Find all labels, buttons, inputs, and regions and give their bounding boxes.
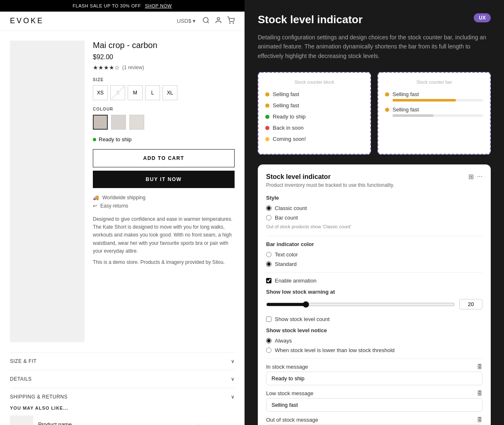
- stock-item-4: Back in soon: [265, 125, 363, 131]
- product-details: Mai crop - carbon $92.00 ★★★★☆ (1 review…: [93, 41, 235, 342]
- size-s[interactable]: S: [110, 85, 125, 100]
- colour-swatch-3[interactable]: [129, 115, 144, 130]
- low-stock-message-label: Low stock message 🗄: [266, 390, 482, 396]
- returns-icon: ↩: [93, 203, 97, 209]
- show-stock-level-count-checkbox[interactable]: [266, 316, 271, 322]
- bar-fill-1: [393, 99, 456, 101]
- preview-block-title: Stock counter block: [265, 80, 363, 85]
- bar-fill-2: [393, 114, 434, 117]
- size-l[interactable]: L: [145, 85, 160, 100]
- preview-bar-title: Stock counter bar: [385, 80, 483, 85]
- bar-track-1: [393, 99, 483, 101]
- rec-item-1: Product name $10.00 $9.00 🛒 ADD TO CART: [10, 415, 235, 425]
- in-stock-input[interactable]: [266, 372, 482, 385]
- accordion-details[interactable]: DETAILS ∨: [10, 370, 235, 388]
- left-panel: FLASH SALE UP TO 30% OFF SHOP NOW EVOKE …: [0, 0, 245, 425]
- size-options: XS S M L XL: [93, 85, 235, 100]
- size-m[interactable]: M: [128, 85, 143, 100]
- bar-item-1: Selling fast: [385, 91, 483, 101]
- flash-bar: FLASH SALE UP TO 30% OFF SHOP NOW: [0, 0, 245, 12]
- show-stock-level-count-option[interactable]: Show stock level count: [266, 316, 482, 322]
- stock-status-text: Ready to ship: [99, 136, 132, 142]
- db-icon-3[interactable]: 🗄: [477, 417, 482, 423]
- classic-count-label: Classic count: [275, 205, 307, 211]
- bar-count-label: Bar count: [275, 215, 298, 221]
- size-xl[interactable]: XL: [162, 85, 177, 100]
- store-logo[interactable]: EVOKE: [10, 17, 44, 25]
- stock-label-1: Selling fast: [273, 91, 299, 97]
- enable-animation-option[interactable]: Enable animation: [266, 278, 482, 284]
- low-stock-slider[interactable]: [266, 301, 455, 308]
- product-image: [10, 41, 85, 342]
- store-header: EVOKE USD$ ▾: [0, 12, 245, 31]
- accordion-shipping[interactable]: SHIPPING & RETURNS ∨: [10, 388, 235, 406]
- radio-bar-count-input[interactable]: [266, 215, 271, 220]
- radio-always[interactable]: Always: [266, 338, 482, 344]
- more-icon[interactable]: ···: [477, 173, 482, 181]
- stock-notice-label: Show stock level notice: [266, 327, 482, 333]
- config-card: Stock level indicator ⊞ ··· Product inve…: [258, 164, 491, 425]
- svg-point-0: [203, 17, 208, 22]
- stock-item-2: Selling fast: [265, 102, 363, 109]
- layers-icon[interactable]: ⊞: [468, 173, 474, 181]
- radio-text-color-input[interactable]: [266, 252, 271, 257]
- stock-dot-3: [265, 115, 269, 119]
- low-stock-slider-row: [266, 299, 482, 309]
- stock-dot-4: [265, 126, 269, 130]
- colour-swatch-1[interactable]: [93, 115, 108, 130]
- shipping-text: Worldwide shipping: [102, 195, 145, 200]
- radio-always-input[interactable]: [266, 338, 271, 343]
- db-icon-1[interactable]: 🗄: [477, 364, 482, 370]
- radio-text-color[interactable]: Text color: [266, 251, 482, 258]
- shipping-row: 🚚 Worldwide shipping: [93, 195, 235, 200]
- preview-area: Stock counter block Selling fast Selling…: [258, 72, 491, 155]
- rec-info-1: Product name $10.00 $9.00: [38, 421, 189, 425]
- db-icon-2[interactable]: 🗄: [477, 390, 482, 396]
- stock-status: Ready to ship: [93, 136, 235, 142]
- radio-when-low[interactable]: When stock level is lower than low stock…: [266, 347, 482, 353]
- low-stock-number[interactable]: [459, 299, 482, 309]
- also-like-section: YOU MAY ALSO LIKE... Product name $10.00…: [0, 406, 245, 425]
- preview-bar-card: Stock counter bar Selling fast Selling f…: [378, 72, 491, 155]
- style-label: Style: [266, 195, 482, 201]
- currency-selector[interactable]: USD$ ▾: [177, 18, 196, 24]
- also-like-title: YOU MAY ALSO LIKE...: [10, 406, 235, 411]
- rec-name-1: Product name: [38, 421, 189, 425]
- header-right: USD$ ▾: [177, 17, 235, 25]
- review-count: (1 review): [122, 65, 144, 70]
- add-to-cart-button[interactable]: ADD TO CART: [93, 149, 235, 167]
- chevron-down-icon: ∨: [231, 376, 235, 382]
- account-icon[interactable]: [215, 17, 222, 25]
- size-xs[interactable]: XS: [93, 85, 108, 100]
- bar-header-2: Selling fast: [385, 106, 483, 113]
- search-icon[interactable]: [202, 17, 210, 25]
- buy-now-button[interactable]: BUY IT NOW: [93, 171, 235, 188]
- colour-label: COLOUR: [93, 107, 235, 111]
- standard-label: Standard: [275, 261, 297, 267]
- shop-now-link[interactable]: SHOP NOW: [145, 3, 172, 8]
- config-subtitle: Product inventory must be tracked to use…: [266, 182, 482, 188]
- enable-animation-checkbox[interactable]: [266, 278, 271, 283]
- radio-bar-count[interactable]: Bar count: [266, 215, 482, 221]
- ux-badge: UX: [474, 13, 491, 22]
- product-desc-2: This is a demo store. Products & imagery…: [93, 258, 235, 266]
- config-card-header: Stock level indicator ⊞ ···: [266, 173, 482, 181]
- chevron-down-icon: ∨: [231, 358, 235, 364]
- radio-classic-count[interactable]: Classic count: [266, 205, 482, 211]
- low-stock-input[interactable]: [266, 398, 482, 412]
- in-stock-message-label: In stock message 🗄: [266, 364, 482, 370]
- radio-classic-count-input[interactable]: [266, 205, 271, 211]
- accordion-size-fit[interactable]: SIZE & FIT ∨: [10, 352, 235, 370]
- bar-track-2: [393, 114, 483, 117]
- stock-item-1: Selling fast: [265, 91, 363, 97]
- radio-when-low-input[interactable]: [266, 348, 271, 353]
- bar-label-1: Selling fast: [393, 91, 419, 97]
- radio-standard[interactable]: Standard: [266, 261, 482, 267]
- cart-icon[interactable]: [227, 17, 235, 25]
- radio-standard-input[interactable]: [266, 261, 271, 267]
- returns-text: Easy returns: [100, 203, 128, 209]
- stock-dot: [93, 138, 96, 141]
- stock-item-5: Coming soon!: [265, 136, 363, 142]
- rating-stars: ★★★★☆: [93, 64, 120, 71]
- colour-swatch-2[interactable]: [111, 115, 126, 130]
